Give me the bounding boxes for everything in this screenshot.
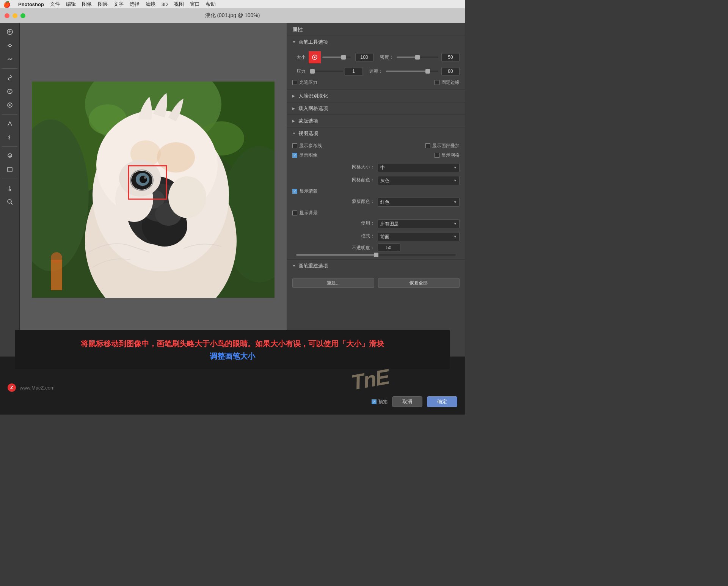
menu-file[interactable]: 文件 — [50, 1, 60, 8]
watermark-text: www.MacZ.com — [20, 385, 55, 391]
opacity-value[interactable] — [378, 244, 400, 252]
confirm-button[interactable]: 确定 — [427, 396, 457, 407]
stylus-checkbox-row: 光笔压力 — [292, 79, 317, 86]
brush-rebuild-header[interactable]: ▼ 画笔重建选项 — [287, 260, 465, 272]
canvas-area[interactable] — [20, 23, 287, 357]
speed-value[interactable] — [441, 67, 460, 75]
instruction-line2: 调整画笔大小 — [30, 351, 435, 361]
tool-divider-2 — [2, 114, 17, 115]
brush-rebuild-label: 画笔重建选项 — [298, 262, 328, 269]
menu-image[interactable]: 图像 — [82, 1, 92, 8]
tool-pucker[interactable] — [4, 85, 16, 97]
density-label: 密度： — [377, 54, 394, 61]
show-grid-checkbox[interactable] — [435, 153, 439, 158]
view-arrow: ▼ — [292, 132, 296, 135]
fixed-edge-checkbox[interactable] — [435, 80, 439, 85]
watermark-area: Z www.MacZ.com — [8, 383, 55, 392]
minimize-button[interactable] — [13, 13, 17, 18]
right-panel: 属性 ▼ 画笔工具选项 大小 — [287, 23, 465, 357]
tool-push-left[interactable] — [4, 118, 16, 130]
show-face-overlay-checkbox[interactable] — [425, 143, 430, 148]
logo-z: Z — [8, 383, 16, 392]
menu-help[interactable]: 帮助 — [206, 1, 216, 8]
rebuild-button[interactable]: 重建... — [292, 278, 374, 288]
mask-color-value: 红色 — [380, 199, 389, 206]
mode-row: 模式： 前面 ▼ — [292, 231, 460, 241]
brush-size-icon[interactable] — [309, 51, 321, 63]
menu-view[interactable]: 视图 — [174, 1, 184, 8]
apple-menu[interactable]: 🍎 — [3, 1, 11, 8]
grid-size-dropdown[interactable]: 中 ▼ — [378, 163, 460, 172]
menu-photoshop[interactable]: Photoshop — [18, 2, 44, 7]
pressure-slider[interactable] — [310, 71, 343, 72]
show-image-row: ✓ 显示图像 — [292, 152, 317, 159]
fixed-edge-checkbox-row: 固定边缘 — [435, 79, 460, 86]
mask-section-header[interactable]: ▶ 蒙版选项 — [287, 115, 465, 127]
tool-face[interactable] — [4, 150, 16, 162]
svg-point-11 — [8, 200, 11, 203]
density-value[interactable] — [441, 53, 460, 61]
tool-divider-1 — [2, 68, 17, 69]
show-guides-label: 显示参考线 — [299, 143, 322, 149]
tool-freeze[interactable] — [4, 163, 16, 176]
menu-layer[interactable]: 图层 — [98, 1, 108, 8]
mask-color-arrow: ▼ — [453, 200, 457, 204]
show-bg-checkbox[interactable] — [292, 211, 297, 215]
brush-rebuild-content: 重建... 恢复全部 — [287, 272, 465, 292]
svg-point-6 — [9, 155, 9, 156]
menu-text[interactable]: 文字 — [114, 1, 124, 8]
load-mesh-header[interactable]: ▶ 载入网格选项 — [287, 102, 465, 115]
menu-window[interactable]: 窗口 — [190, 1, 200, 8]
svg-point-37 — [144, 176, 147, 179]
menu-edit[interactable]: 编辑 — [66, 1, 76, 8]
density-slider[interactable] — [397, 57, 439, 58]
size-value[interactable] — [355, 53, 373, 61]
menu-bar: 🍎 Photoshop 文件 编辑 图像 图层 文字 选择 滤镜 3D 视图 窗… — [0, 0, 465, 8]
maximize-button[interactable] — [20, 13, 25, 18]
grid-size-arrow: ▼ — [453, 166, 457, 170]
tool-bloat[interactable] — [4, 99, 16, 111]
tool-reconstruct[interactable] — [4, 39, 16, 52]
tool-smooth[interactable] — [4, 53, 16, 65]
close-button[interactable] — [5, 13, 9, 18]
face-section-header[interactable]: ▶ 人脸识别液化 — [287, 90, 465, 102]
menu-filter[interactable]: 滤镜 — [146, 1, 155, 8]
svg-rect-39 — [51, 260, 62, 290]
view-section-header[interactable]: ▼ 视图选项 — [287, 127, 465, 140]
preview-row: ✓ 预览 — [372, 399, 388, 405]
mode-dropdown[interactable]: 前面 ▼ — [378, 232, 460, 241]
tool-zoom[interactable] — [4, 196, 16, 208]
show-image-checkbox[interactable]: ✓ — [292, 153, 297, 158]
show-guides-row: 显示参考线 — [292, 143, 322, 149]
stylus-checkbox[interactable] — [292, 80, 297, 85]
grid-color-dropdown[interactable]: 灰色 ▼ — [378, 176, 460, 185]
tool-push[interactable] — [4, 26, 16, 38]
view-section: ▼ 视图选项 显示参考线 显示面部叠加 — [287, 127, 465, 259]
stylus-label: 光笔压力 — [299, 79, 317, 86]
menu-3d[interactable]: 3D — [162, 2, 168, 7]
cancel-button[interactable]: 取消 — [392, 396, 422, 407]
svg-line-12 — [11, 203, 13, 204]
tool-move[interactable] — [4, 182, 16, 194]
load-mesh-section: ▶ 载入网格选项 — [287, 102, 465, 115]
show-mask-checkbox[interactable]: ✓ — [292, 189, 297, 194]
main-content: 属性 ▼ 画笔工具选项 大小 — [0, 23, 465, 357]
show-guides-checkbox[interactable] — [292, 143, 297, 148]
menu-select[interactable]: 选择 — [130, 1, 140, 8]
svg-point-32 — [168, 176, 206, 218]
preview-checkbox[interactable]: ✓ — [372, 399, 377, 404]
mode-arrow: ▼ — [453, 235, 457, 239]
svg-point-9 — [9, 189, 11, 191]
size-slider[interactable] — [322, 57, 351, 58]
mask-color-dropdown[interactable]: 红色 ▼ — [378, 198, 460, 207]
restore-all-button[interactable]: 恢复全部 — [378, 278, 460, 288]
use-dropdown[interactable]: 所有图层 ▼ — [378, 219, 460, 228]
brush-section-header[interactable]: ▼ 画笔工具选项 — [287, 36, 465, 48]
opacity-slider[interactable] — [296, 254, 456, 256]
svg-point-43 — [314, 57, 315, 58]
tool-twirl[interactable] — [4, 72, 16, 84]
speed-slider[interactable] — [386, 71, 439, 72]
pressure-value[interactable] — [345, 67, 363, 75]
mode-label: 模式： — [292, 233, 375, 239]
tool-mirror[interactable] — [4, 131, 16, 143]
